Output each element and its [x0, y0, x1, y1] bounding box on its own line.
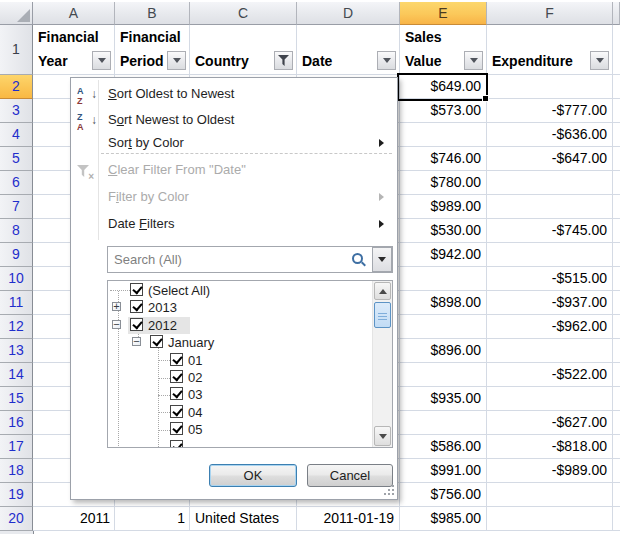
- cell-sales-value[interactable]: [400, 123, 487, 147]
- tree-expander-icon[interactable]: −: [112, 320, 121, 329]
- tree-scrollbar[interactable]: [372, 281, 392, 447]
- column-header-d[interactable]: D: [297, 2, 400, 25]
- cell-expenditure[interactable]: -$522.00: [487, 363, 613, 387]
- column-header-c[interactable]: C: [190, 2, 297, 25]
- search-input[interactable]: [108, 247, 392, 272]
- row-header[interactable]: 2: [0, 75, 33, 99]
- cell-expenditure[interactable]: [487, 387, 613, 411]
- scroll-down-button[interactable]: [374, 426, 391, 446]
- checkbox[interactable]: [130, 318, 143, 331]
- checkbox[interactable]: [150, 335, 163, 348]
- row-header[interactable]: 6: [0, 171, 33, 195]
- checkbox[interactable]: [170, 370, 183, 383]
- row-header[interactable]: 3: [0, 99, 33, 123]
- checkbox[interactable]: [130, 300, 143, 313]
- header-cell-sales-value[interactable]: Sales Value: [400, 25, 487, 75]
- tree-item[interactable]: 04: [108, 404, 368, 421]
- tree-item[interactable]: 05: [108, 421, 368, 438]
- tree-item[interactable]: 03: [108, 386, 368, 403]
- row-header[interactable]: 15: [0, 387, 33, 411]
- ok-button[interactable]: OK: [209, 464, 297, 487]
- select-all-corner[interactable]: [0, 2, 33, 25]
- row-header[interactable]: 7: [0, 195, 33, 219]
- row-header[interactable]: 9: [0, 243, 33, 267]
- cell-sales-value[interactable]: [400, 411, 487, 435]
- tree-item[interactable]: 01: [108, 352, 368, 369]
- cell-expenditure[interactable]: -$627.00: [487, 411, 613, 435]
- checkbox[interactable]: [170, 387, 183, 400]
- cell-expenditure[interactable]: [487, 75, 613, 99]
- cell-expenditure[interactable]: [487, 195, 613, 219]
- menu-item-sort-oldest-to-newest[interactable]: Sort Oldest to Newest: [100, 81, 394, 107]
- cell-sales-value[interactable]: $991.00: [400, 459, 487, 483]
- cell-financial-period[interactable]: 1: [115, 507, 190, 531]
- cell-expenditure[interactable]: [487, 243, 613, 267]
- cell-sales-value[interactable]: $985.00: [400, 507, 487, 531]
- header-cell-date[interactable]: Date: [297, 25, 400, 75]
- row-header[interactable]: 18: [0, 459, 33, 483]
- cell-sales-value[interactable]: $573.00: [400, 99, 487, 123]
- filter-dropdown-button-date[interactable]: [377, 51, 396, 70]
- cell-expenditure[interactable]: -$937.00: [487, 291, 613, 315]
- cell-sales-value[interactable]: $935.00: [400, 387, 487, 411]
- filter-dropdown-button-period[interactable]: [167, 51, 186, 70]
- tree-expander-icon[interactable]: +: [112, 302, 121, 311]
- row-header[interactable]: 13: [0, 339, 33, 363]
- cell-sales-value[interactable]: [400, 267, 487, 291]
- tree-item[interactable]: [108, 439, 368, 448]
- checkbox[interactable]: [130, 283, 143, 296]
- row-header[interactable]: 4: [0, 123, 33, 147]
- column-header-a[interactable]: A: [33, 2, 115, 25]
- row-header[interactable]: 16: [0, 411, 33, 435]
- cell-expenditure[interactable]: [487, 339, 613, 363]
- header-cell-expenditure[interactable]: Expenditure: [487, 25, 613, 75]
- cell-expenditure[interactable]: -$515.00: [487, 267, 613, 291]
- row-header[interactable]: 12: [0, 315, 33, 339]
- tree-item[interactable]: 02: [108, 369, 368, 386]
- checkbox[interactable]: [170, 405, 183, 418]
- row-header[interactable]: 11: [0, 291, 33, 315]
- cell-sales-value[interactable]: $942.00: [400, 243, 487, 267]
- cell-sales-value[interactable]: $746.00: [400, 147, 487, 171]
- cell-expenditure[interactable]: -$636.00: [487, 123, 613, 147]
- row-header-1[interactable]: 1: [0, 25, 33, 75]
- filter-dropdown-button-year[interactable]: [92, 51, 111, 70]
- row-header[interactable]: 14: [0, 363, 33, 387]
- menu-item-date-filters[interactable]: Date Filters: [100, 211, 394, 237]
- filter-dropdown-button-sales[interactable]: [464, 51, 483, 70]
- column-header-e[interactable]: E: [400, 2, 487, 25]
- tree-item[interactable]: (Select All): [108, 282, 368, 299]
- tree-expander-icon[interactable]: −: [132, 337, 141, 346]
- cancel-button[interactable]: Cancel: [307, 464, 393, 487]
- header-cell-financial-period[interactable]: Financial Period: [115, 25, 190, 75]
- cell-sales-value[interactable]: $780.00: [400, 171, 487, 195]
- tree-item[interactable]: − January: [108, 334, 368, 351]
- row-header[interactable]: 19: [0, 483, 33, 507]
- cell-expenditure[interactable]: [487, 483, 613, 507]
- cell-sales-value[interactable]: $530.00: [400, 219, 487, 243]
- header-cell-financial-year[interactable]: Financial Year: [33, 25, 115, 75]
- cell-country[interactable]: United States: [190, 507, 297, 531]
- cell-sales-value[interactable]: $756.00: [400, 483, 487, 507]
- cell-expenditure[interactable]: [487, 171, 613, 195]
- cell-expenditure[interactable]: [487, 507, 613, 531]
- checkbox[interactable]: [170, 422, 183, 435]
- cell-sales-value[interactable]: [400, 315, 487, 339]
- tree-item[interactable]: − 2012: [108, 317, 368, 334]
- scroll-up-button[interactable]: [374, 282, 391, 300]
- row-header[interactable]: 17: [0, 435, 33, 459]
- checkbox[interactable]: [170, 353, 183, 366]
- cell-expenditure[interactable]: -$647.00: [487, 147, 613, 171]
- row-header[interactable]: 8: [0, 219, 33, 243]
- cell-financial-year[interactable]: 2011: [33, 507, 115, 531]
- row-header[interactable]: 5: [0, 147, 33, 171]
- scrollbar-thumb[interactable]: [374, 302, 391, 328]
- cell-sales-value[interactable]: $896.00: [400, 339, 487, 363]
- header-cell-country[interactable]: Country: [190, 25, 297, 75]
- filter-dropdown-button-expenditure[interactable]: [590, 51, 609, 70]
- cell-sales-value[interactable]: $586.00: [400, 435, 487, 459]
- cell-date[interactable]: 2011-01-19: [297, 507, 400, 531]
- cell-sales-value[interactable]: $989.00: [400, 195, 487, 219]
- checkbox[interactable]: [170, 440, 183, 448]
- cell-sales-value[interactable]: $649.00: [400, 75, 487, 99]
